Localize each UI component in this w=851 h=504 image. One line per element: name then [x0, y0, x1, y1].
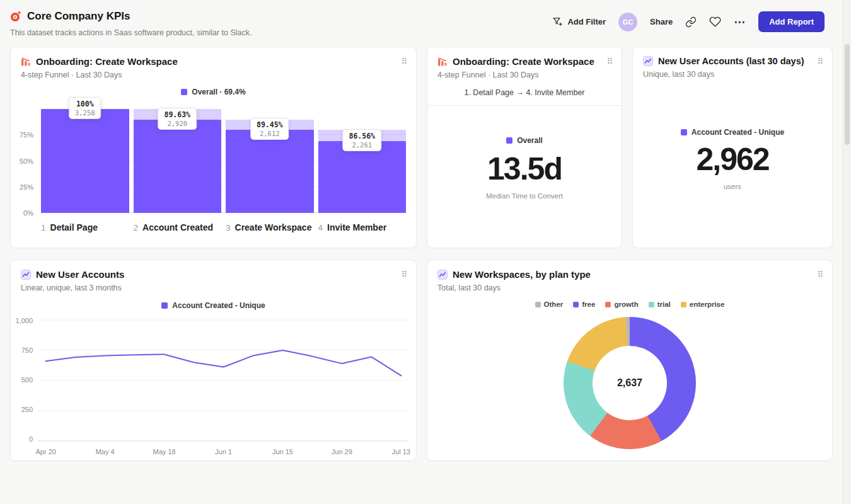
funnel-step-labels: 1 Detail Page 2 Account Created 3 Create… — [41, 222, 406, 232]
line-plot[interactable] — [38, 318, 408, 444]
legend-label: Overall — [517, 136, 543, 145]
more-menu-button[interactable]: ⋯ — [734, 15, 746, 29]
logo-icon — [10, 11, 21, 22]
funnel-chart-icon — [437, 57, 448, 67]
step-percent: 89.45% — [257, 120, 283, 129]
legend-item[interactable]: enterprise — [681, 301, 725, 308]
card-subtitle: 4-step Funnel · Last 30 Days — [427, 67, 622, 79]
scrollbar-thumb[interactable] — [845, 44, 850, 145]
x-tick: May 4 — [96, 448, 115, 455]
step-count: 2,612 — [257, 130, 283, 137]
share-button[interactable]: Share — [650, 17, 673, 26]
donut-legend: Other free growth trial enterprise — [427, 301, 832, 308]
legend-label: Other — [544, 301, 564, 308]
legend-item[interactable]: growth — [605, 301, 638, 308]
metric-legend[interactable]: Account Created - Unique — [681, 128, 784, 137]
legend-item[interactable]: trial — [649, 301, 671, 308]
metric-caption: Median Time to Convert — [486, 192, 563, 200]
funnel-chart: 75% 50% 25% 0% 100% 3,258 — [11, 109, 416, 213]
card-time-to-convert: Onboarding: Create Workspace ⠿ 4-step Fu… — [427, 47, 622, 248]
metric-legend[interactable]: Overall — [506, 136, 543, 145]
add-filter-label: Add Filter — [567, 17, 606, 26]
drag-handle-icon[interactable]: ⠿ — [401, 270, 407, 278]
legend-label: Account Created - Unique — [692, 128, 784, 137]
card-donut-chart: New Workspaces, by plan type ⠿ Total, la… — [427, 260, 833, 461]
legend-swatch — [161, 302, 168, 309]
donut-chart: 2,637 — [427, 312, 832, 454]
card-subtitle: 4-step Funnel · Last 30 Days — [11, 67, 416, 79]
copy-link-button[interactable] — [685, 16, 697, 28]
card-title: New Workspaces, by plan type — [453, 269, 812, 280]
funnel-bar[interactable] — [41, 109, 129, 213]
legend-item[interactable]: Other — [535, 301, 564, 308]
link-icon — [685, 16, 697, 28]
legend-item[interactable]: free — [573, 301, 595, 308]
y-tick: 25% — [20, 183, 33, 191]
funnel-chart-icon — [21, 57, 31, 67]
page-subtitle: This dataset tracks actions in Saas soft… — [10, 28, 252, 37]
top-bar: Core Company KPIs This dataset tracks ac… — [10, 0, 851, 37]
step-count: 2,920 — [164, 120, 190, 127]
step-number: 2 — [134, 223, 139, 232]
funnel-bar[interactable] — [318, 141, 407, 214]
metric-value: 2,962 — [696, 143, 768, 176]
legend-label: Account Created - Unique — [172, 301, 265, 310]
card-grid: Onboarding: Create Workspace ⠿ 4-step Fu… — [10, 47, 851, 461]
share-label: Share — [650, 17, 673, 26]
x-tick: Jul 13 — [392, 448, 410, 455]
drag-handle-icon[interactable]: ⠿ — [401, 57, 407, 66]
card-new-accounts-metric: New User Accounts (last 30 days) ⠿ Uniqu… — [632, 47, 833, 248]
line-legend[interactable]: Account Created - Unique — [11, 301, 416, 310]
top-actions: Add Filter GC Share — [552, 11, 825, 32]
legend-label: enterprise — [690, 301, 725, 308]
funnel-plot: 100% 3,258 89.63% 2,920 — [41, 109, 406, 213]
card-subtitle: Unique, last 30 days — [633, 66, 832, 79]
legend-swatch — [681, 302, 686, 307]
insights-chart-icon — [643, 56, 653, 66]
donut-center-value: 2,637 — [617, 377, 642, 389]
y-tick: 500 — [21, 376, 33, 384]
funnel-step-label[interactable]: 3 Create Workspace — [226, 222, 314, 232]
x-tick: Jun 1 — [215, 448, 232, 455]
metric-body: Overall 13.5d Median Time to Convert — [427, 106, 622, 200]
step-number: 4 — [318, 223, 323, 232]
funnel-value-tooltip: 86.56% 2,261 — [342, 129, 381, 151]
card-subtitle: Linear, unique, last 3 months — [11, 280, 416, 292]
funnel-step-label[interactable]: 2 Account Created — [134, 222, 222, 232]
funnel-range-label: 1. Detail Page → 4. Invite Member — [427, 88, 622, 97]
funnel-bar[interactable] — [134, 120, 222, 213]
title-block: Core Company KPIs This dataset tracks ac… — [10, 10, 252, 37]
funnel-step-column: 89.45% 2,612 — [226, 109, 314, 213]
step-name: Invite Member — [327, 222, 386, 232]
legend-swatch — [605, 302, 611, 307]
legend-label: free — [582, 301, 595, 308]
step-name: Create Workspace — [235, 222, 312, 232]
funnel-step-label[interactable]: 4 Invite Member — [318, 222, 407, 232]
drag-handle-icon[interactable]: ⠿ — [817, 270, 823, 278]
funnel-bar[interactable] — [226, 130, 314, 213]
card-subtitle: Total, last 30 days — [427, 280, 832, 292]
add-report-button[interactable]: Add Report — [758, 11, 825, 32]
funnel-step-column: 86.56% 2,261 — [318, 109, 407, 213]
heart-icon — [709, 16, 721, 28]
drag-handle-icon[interactable]: ⠿ — [606, 57, 613, 66]
step-percent: 89.63% — [164, 110, 190, 119]
card-title: New User Accounts — [36, 269, 396, 280]
line-chart-svg[interactable] — [38, 318, 408, 444]
funnel-legend[interactable]: Overall · 69.4% — [11, 88, 416, 96]
card-title: Onboarding: Create Workspace — [453, 56, 601, 67]
step-number: 3 — [226, 223, 231, 232]
favorite-button[interactable] — [709, 16, 721, 28]
scrollbar[interactable] — [843, 0, 851, 504]
legend-label: trial — [657, 301, 671, 308]
avatar[interactable]: GC — [618, 13, 637, 32]
funnel-step-label[interactable]: 1 Detail Page — [41, 222, 129, 232]
x-tick: May 18 — [153, 448, 176, 455]
x-tick: Jun 15 — [272, 448, 293, 455]
metric-caption: users — [724, 183, 741, 190]
legend-swatch — [535, 302, 541, 307]
step-count: 3,258 — [75, 109, 95, 117]
y-tick: 0 — [29, 435, 33, 443]
add-filter-button[interactable]: Add Filter — [552, 16, 606, 27]
drag-handle-icon[interactable]: ⠿ — [817, 57, 823, 66]
